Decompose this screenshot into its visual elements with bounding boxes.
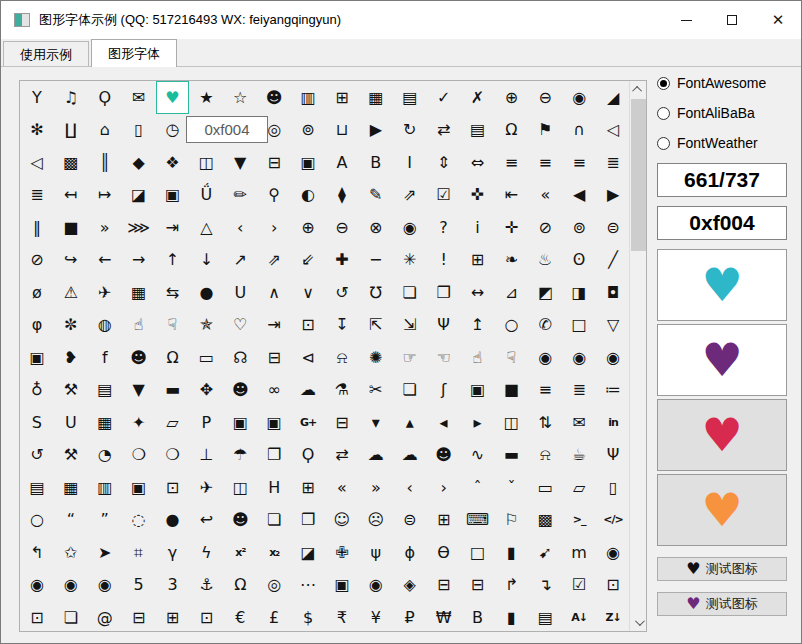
grid-icon[interactable]: ▶: [596, 179, 630, 212]
grid-icon[interactable]: $: [291, 601, 325, 632]
grid-icon[interactable]: !: [427, 244, 461, 277]
grid-icon[interactable]: ⊚: [562, 211, 596, 244]
grid-icon[interactable]: ▩: [54, 146, 88, 179]
grid-icon[interactable]: ⊡: [596, 569, 630, 602]
grid-icon[interactable]: ⊟: [325, 406, 359, 439]
grid-icon[interactable]: ⌂: [88, 114, 122, 147]
grid-icon[interactable]: Ψ: [596, 439, 630, 472]
grid-icon[interactable]: ◫: [223, 471, 257, 504]
grid-icon[interactable]: ❥: [54, 341, 88, 374]
grid-icon[interactable]: ₩: [427, 601, 461, 632]
maximize-button[interactable]: [709, 1, 755, 39]
grid-icon[interactable]: ◫: [494, 406, 528, 439]
grid-icon[interactable]: ↰: [20, 536, 54, 569]
grid-icon[interactable]: ϟ: [189, 536, 223, 569]
grid-icon[interactable]: ▤: [20, 471, 54, 504]
grid-icon[interactable]: ◌: [122, 504, 156, 537]
grid-icon[interactable]: ☁: [291, 374, 325, 407]
grid-icon[interactable]: ↔: [461, 276, 495, 309]
grid-icon[interactable]: ⇄: [325, 439, 359, 472]
grid-icon[interactable]: ◪: [291, 536, 325, 569]
grid-icon[interactable]: ❧: [494, 244, 528, 277]
grid-icon[interactable]: ↗: [223, 244, 257, 277]
grid-icon[interactable]: ⚲: [257, 179, 291, 212]
grid-icon[interactable]: i: [461, 211, 495, 244]
grid-icon[interactable]: £: [257, 601, 291, 632]
grid-icon[interactable]: ◘: [596, 276, 630, 309]
grid-icon[interactable]: ☟: [156, 309, 190, 342]
grid-icon[interactable]: ⋯: [291, 569, 325, 602]
grid-icon[interactable]: ☺: [325, 504, 359, 537]
grid-icon[interactable]: ▤: [528, 601, 562, 632]
grid-icon[interactable]: ◂: [427, 406, 461, 439]
grid-icon[interactable]: ✈: [189, 471, 223, 504]
grid-icon[interactable]: ▩: [528, 504, 562, 537]
grid-icon[interactable]: ⇲: [393, 309, 427, 342]
grid-icon[interactable]: ☻: [223, 374, 257, 407]
grid-icon[interactable]: ▬: [156, 374, 190, 407]
grid-icon[interactable]: Y: [20, 81, 54, 114]
grid-icon[interactable]: ∿: [461, 439, 495, 472]
font-radio-fontweather[interactable]: FontWeather: [657, 133, 789, 153]
grid-icon[interactable]: ↱: [494, 569, 528, 602]
grid-icon[interactable]: I: [393, 146, 427, 179]
grid-icon[interactable]: B: [461, 601, 495, 632]
grid-icon[interactable]: ◉: [20, 569, 54, 602]
grid-icon[interactable]: ⊿: [494, 276, 528, 309]
grid-icon[interactable]: ▦: [359, 81, 393, 114]
test-icon-button-1[interactable]: ♥测试图标: [657, 557, 787, 581]
grid-icon[interactable]: ⊔: [325, 114, 359, 147]
grid-icon[interactable]: ⚒: [54, 439, 88, 472]
grid-icon[interactable]: ☻: [223, 504, 257, 537]
grid-icon[interactable]: ✥: [189, 374, 223, 407]
grid-icon[interactable]: ▼: [122, 374, 156, 407]
grid-icon[interactable]: ↺: [20, 439, 54, 472]
grid-icon[interactable]: ☻: [257, 81, 291, 114]
grid-icon[interactable]: ❏: [393, 374, 427, 407]
grid-icon[interactable]: ⊡: [189, 601, 223, 632]
grid-icon[interactable]: ❍: [156, 439, 190, 472]
grid-icon[interactable]: ▼: [223, 146, 257, 179]
grid-icon[interactable]: ║: [88, 146, 122, 179]
grid-icon[interactable]: ☻: [427, 439, 461, 472]
grid-icon[interactable]: ★: [189, 81, 223, 114]
grid-icon[interactable]: ⇤: [494, 179, 528, 212]
grid-icon[interactable]: ☟: [494, 341, 528, 374]
grid-icon[interactable]: ✼: [54, 309, 88, 342]
minimize-button[interactable]: [663, 1, 709, 39]
grid-icon-selected[interactable]: ♥: [156, 81, 190, 114]
grid-icon[interactable]: ✻: [20, 114, 54, 147]
grid-icon[interactable]: ≣: [20, 179, 54, 212]
grid-icon[interactable]: ⊟: [257, 146, 291, 179]
grid-icon[interactable]: ▸: [461, 406, 495, 439]
grid-icon[interactable]: ▽: [596, 309, 630, 342]
grid-icon[interactable]: ɸ: [393, 536, 427, 569]
grid-icon[interactable]: ≡: [562, 146, 596, 179]
grid-icon[interactable]: Ω: [156, 341, 190, 374]
grid-icon[interactable]: «: [528, 179, 562, 212]
grid-icon[interactable]: ▦: [54, 471, 88, 504]
grid-icon[interactable]: »: [88, 211, 122, 244]
grid-icon[interactable]: ➹: [528, 536, 562, 569]
grid-icon[interactable]: ⇔: [461, 146, 495, 179]
grid-icon[interactable]: ✗: [461, 81, 495, 114]
grid-icon[interactable]: ◐: [291, 179, 325, 212]
grid-icon[interactable]: ⍾: [325, 341, 359, 374]
grid-icon[interactable]: </>: [596, 504, 630, 537]
grid-icon[interactable]: ‹: [223, 211, 257, 244]
grid-icon[interactable]: ◫: [189, 146, 223, 179]
grid-icon[interactable]: ☕: [562, 439, 596, 472]
tab-usage-example[interactable]: 使用示例: [3, 41, 89, 67]
grid-icon[interactable]: ✓: [427, 81, 461, 114]
grid-icon[interactable]: ☻: [122, 341, 156, 374]
grid-icon[interactable]: ◉: [393, 211, 427, 244]
grid-icon[interactable]: ✏: [223, 179, 257, 212]
grid-icon[interactable]: ✯: [189, 309, 223, 342]
grid-icon[interactable]: ◉: [359, 569, 393, 602]
grid-icon[interactable]: ♫: [54, 81, 88, 114]
font-radio-fontawesome[interactable]: FontAwesome: [657, 73, 789, 93]
grid-icon[interactable]: ▶: [359, 114, 393, 147]
grid-icon[interactable]: ✦: [122, 406, 156, 439]
grid-icon[interactable]: ↻: [393, 114, 427, 147]
grid-icon[interactable]: ⊕: [291, 211, 325, 244]
